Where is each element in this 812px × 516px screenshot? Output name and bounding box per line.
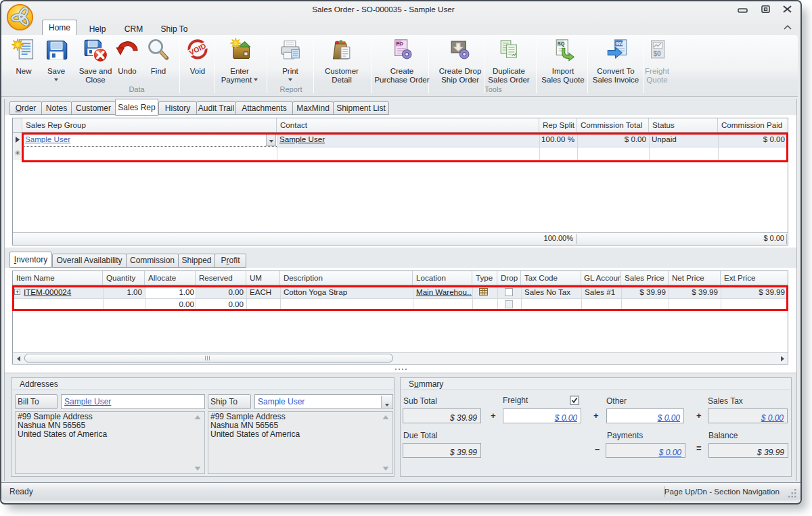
svg-text:VOID: VOID bbox=[187, 41, 207, 57]
svg-text:PO: PO bbox=[396, 41, 403, 47]
svg-text:INV: INV bbox=[616, 41, 624, 46]
svg-text:$0: $0 bbox=[653, 50, 661, 57]
svg-text:SQ: SQ bbox=[558, 41, 565, 47]
